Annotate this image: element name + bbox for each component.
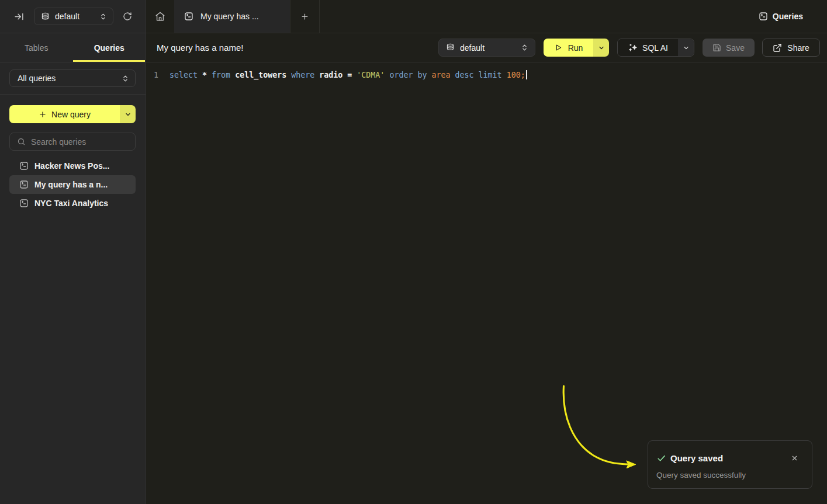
sql-token [502, 71, 507, 79]
query-list-item[interactable]: Hacker News Pos... [9, 157, 136, 175]
sidebar-database-selector[interactable]: default [34, 8, 113, 25]
sidebar-tab-tables-label: Tables [25, 43, 48, 53]
sql-ai-button-label: SQL AI [642, 43, 668, 53]
sidebar-tab-queries[interactable]: Queries [73, 33, 146, 62]
queries-indicator-label: Queries [773, 12, 803, 21]
chevrons-up-down-icon [99, 13, 107, 20]
plus-icon [300, 12, 309, 21]
queries-indicator[interactable]: Queries [759, 0, 827, 33]
sql-token [474, 71, 479, 79]
new-query-split-button: New query [9, 105, 136, 123]
sidebar: default Tables Queries All queries [0, 0, 146, 504]
run-button-label: Run [568, 43, 583, 53]
terminal-icon [184, 12, 193, 21]
plus-icon [39, 110, 47, 119]
line-number: 1 [146, 69, 158, 81]
terminal-icon [19, 199, 29, 208]
sql-editor[interactable]: 1 select * from cell_towers where radio … [146, 62, 827, 504]
tab-my-query-label: My query has ... [200, 12, 259, 21]
close-icon[interactable] [791, 454, 798, 462]
sidebar-tabs: Tables Queries [0, 33, 146, 62]
main-header: My query has a name! default [146, 33, 827, 62]
check-icon [656, 453, 666, 463]
sidebar-database-value: default [55, 12, 99, 21]
toast-query-saved: Query saved Query saved successfully [648, 440, 812, 489]
sql-token [198, 71, 202, 79]
sql-token: order [389, 71, 413, 79]
sql-token: limit [479, 71, 502, 79]
terminal-icon [759, 12, 768, 21]
sql-token: 'CDMA' [357, 71, 385, 79]
toast-header: Query saved [656, 453, 804, 463]
sql-token: area [431, 71, 450, 79]
run-split-button: Run [544, 39, 609, 57]
new-query-button-label: New query [51, 110, 91, 119]
home-icon [155, 11, 165, 22]
chevron-down-icon [598, 44, 605, 51]
save-button-label: Save [726, 43, 745, 53]
tab-my-query[interactable]: My query has ... [174, 0, 290, 33]
collapse-sidebar-icon [14, 12, 24, 22]
chevrons-up-down-icon [122, 75, 129, 82]
toolbar: default Run [438, 39, 820, 57]
tabstrip-spacer [320, 0, 759, 33]
chevrons-up-down-icon [521, 44, 528, 51]
share-button-label: Share [787, 43, 809, 53]
sql-token [207, 71, 212, 79]
sql-token [230, 71, 235, 79]
page-title: My query has a name! [157, 43, 438, 53]
toolbar-database-value: default [460, 43, 521, 53]
sidebar-tab-tables[interactable]: Tables [0, 33, 73, 62]
database-icon [446, 43, 455, 52]
toast-message: Query saved successfully [656, 471, 804, 479]
sql-token: from [212, 71, 230, 79]
tab-strip: My query has ... Queries [146, 0, 827, 33]
text-cursor [526, 70, 527, 79]
sql-token [451, 71, 455, 79]
sidebar-filter-section: All queries [0, 62, 146, 95]
sql-code: select * from cell_towers where radio = … [169, 69, 527, 81]
query-list-item[interactable]: NYC Taxi Analytics [9, 194, 136, 213]
refresh-button[interactable] [123, 12, 132, 21]
query-list-item[interactable]: My query has a n... [9, 175, 136, 194]
search-icon [17, 137, 26, 146]
sql-token: 100; [507, 71, 525, 79]
query-search-box [9, 133, 136, 151]
sidebar-tab-queries-label: Queries [94, 43, 124, 53]
save-button[interactable]: Save [703, 39, 755, 57]
home-button[interactable] [146, 0, 174, 33]
play-icon [554, 43, 563, 52]
sql-ai-dropdown-button[interactable] [678, 39, 694, 56]
share-icon [773, 43, 782, 53]
sparkles-icon [628, 43, 638, 53]
chevron-down-icon [683, 44, 690, 51]
chevron-down-icon [124, 111, 132, 118]
code-line: 1 select * from cell_towers where radio … [146, 69, 827, 81]
sidebar-header: default [0, 0, 146, 33]
query-filter-select[interactable]: All queries [9, 69, 136, 87]
sidebar-body: New query Hacker News Pos...My query has… [0, 95, 146, 504]
refresh-icon [123, 12, 132, 21]
new-query-button[interactable]: New query [9, 105, 120, 123]
sql-token: desc [455, 71, 474, 79]
query-list-item-label: NYC Taxi Analytics [34, 199, 108, 208]
sql-token: * [202, 71, 207, 79]
database-icon [41, 12, 50, 21]
sql-ai-button[interactable]: SQL AI [618, 39, 678, 56]
run-dropdown-button[interactable] [593, 39, 609, 57]
sql-token: where [291, 71, 314, 79]
query-search-input[interactable] [31, 137, 129, 147]
share-button[interactable]: Share [762, 39, 820, 57]
new-tab-button[interactable] [290, 0, 319, 33]
query-list: Hacker News Pos...My query has a n...NYC… [9, 157, 136, 213]
sql-token: cell_towers [235, 71, 286, 79]
query-list-item-label: My query has a n... [34, 180, 108, 189]
run-button[interactable]: Run [544, 39, 593, 57]
main-area: My query has ... Queries My query has a … [146, 0, 827, 504]
toolbar-database-selector[interactable]: default [438, 39, 535, 57]
sql-token: radio [319, 71, 342, 79]
collapse-sidebar-button[interactable] [14, 12, 24, 22]
save-icon [712, 43, 721, 52]
new-query-dropdown-button[interactable] [120, 105, 136, 123]
sql-ai-split-button: SQL AI [617, 39, 694, 57]
